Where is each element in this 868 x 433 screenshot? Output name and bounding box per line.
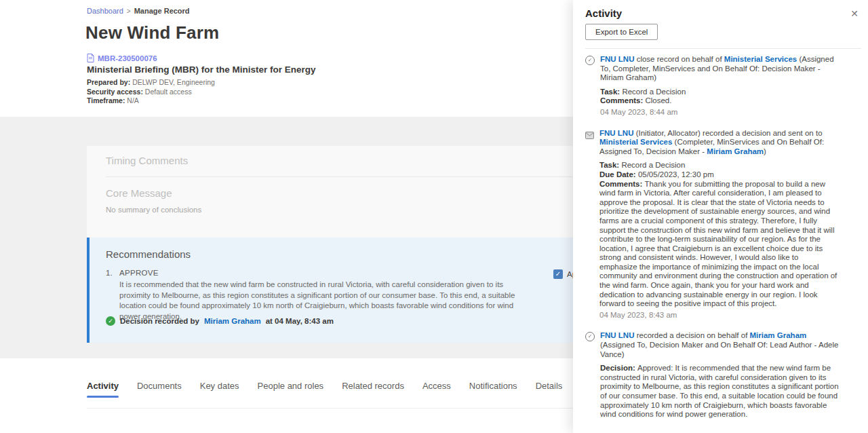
activity-entry: FNU LNU (Initiator, Allocator) recorded …: [585, 129, 863, 320]
activity-field: Comments: Thank you for submitting the p…: [599, 180, 838, 309]
meta-prepared-by: Prepared by: DELWP DEV, Engineering: [87, 78, 215, 88]
recommendation-number: 1.: [106, 269, 113, 277]
close-icon[interactable]: ✕: [849, 7, 860, 20]
header-text: close record on behalf of: [634, 55, 724, 63]
record-id-row[interactable]: MBR-230500076: [87, 54, 157, 62]
tab-related-records[interactable]: Related records: [342, 381, 404, 398]
activity-panel-title: Activity: [585, 7, 622, 19]
core-message-empty-text: No summary of conclusions: [106, 206, 201, 214]
tab-documents[interactable]: Documents: [137, 381, 182, 398]
activity-entry-header: FNU LNU close record on behalf of Minist…: [600, 55, 839, 83]
tab-activity[interactable]: Activity: [87, 381, 119, 398]
record-subtitle: Ministerial Briefing (MBR) for the Minis…: [87, 64, 316, 75]
core-message-title: Core Message: [106, 187, 172, 199]
header-text: (Initiator, Allocator) recorded a decisi…: [633, 129, 822, 137]
activity-field: Task: Record a Decision: [599, 161, 838, 170]
tab-details[interactable]: Details: [536, 381, 563, 398]
decision-recorded-prefix: Decision recorded by: [120, 317, 199, 325]
header-text: ): [764, 147, 766, 155]
decision-check-icon: ✓: [106, 316, 115, 326]
breadcrumb-link-dashboard[interactable]: Dashboard: [87, 7, 123, 15]
breadcrumb: Dashboard > Manage Record: [87, 7, 190, 15]
recommendations-title: Recommendations: [106, 248, 191, 260]
sent-icon: [585, 130, 594, 137]
activity-panel: Activity ✕ Export to Excel ✓FNU LNU clos…: [573, 0, 868, 433]
activity-entry-content: FNU LNU (Initiator, Allocator) recorded …: [599, 129, 838, 320]
activity-field: Comments: Closed.: [600, 96, 839, 106]
activity-entry: ✓FNU LNU recorded a decision on behalf o…: [585, 331, 863, 419]
tab-bar: ActivityDocumentsKey datesPeople and rol…: [87, 381, 562, 398]
recommendation-text: It is recommended that the new wind farm…: [119, 280, 536, 322]
page-title: New Wind Farm: [85, 22, 219, 43]
check-circle-icon: ✓: [585, 332, 595, 341]
activity-field: Decision: Approved: It is recommended th…: [600, 364, 839, 419]
activity-entry: ✓FNU LNU close record on behalf of Minis…: [585, 55, 863, 117]
approved-checkbox[interactable]: ✓: [553, 269, 563, 279]
timing-comments-title: Timing Comments: [106, 155, 188, 166]
activity-timestamp: 04 May 2023, 8:43 am: [599, 311, 838, 320]
breadcrumb-separator: >: [127, 7, 131, 15]
tab-access[interactable]: Access: [422, 381, 451, 398]
breadcrumb-current: Manage Record: [134, 7, 190, 15]
activity-entry-content: FNU LNU recorded a decision on behalf of…: [600, 331, 839, 419]
record-id-link[interactable]: MBR-230500076: [98, 54, 157, 62]
activity-entry-content: FNU LNU close record on behalf of Minist…: [600, 55, 839, 117]
tab-people-and-roles[interactable]: People and roles: [258, 381, 324, 398]
activity-entry-header: FNU LNU (Initiator, Allocator) recorded …: [599, 129, 838, 157]
decision-recorded-row: ✓ Decision recorded by Miriam Graham at …: [106, 316, 334, 326]
header-text: recorded a decision on behalf of: [634, 331, 749, 339]
user-link[interactable]: FNU LNU: [599, 129, 633, 137]
document-icon: [87, 54, 94, 62]
meta-security-access: Security access: Default access: [87, 88, 215, 97]
activity-entry-header: FNU LNU recorded a decision on behalf of…: [600, 331, 839, 359]
activity-timestamp: 04 May 2023, 8:44 am: [600, 108, 839, 117]
activity-field: Task: Record a Decision: [600, 88, 839, 97]
active-tab-underline: [87, 396, 119, 398]
tab-key-dates[interactable]: Key dates: [200, 381, 239, 398]
recommendation-decision-label: APPROVE: [119, 269, 159, 277]
export-to-excel-button[interactable]: Export to Excel: [585, 24, 658, 40]
check-circle-icon: ✓: [585, 56, 595, 65]
user-link[interactable]: Miriam Graham: [750, 331, 807, 339]
user-link[interactable]: FNU LNU: [600, 331, 634, 339]
header-text: (Assigned To, Decision Maker and On Beha…: [600, 341, 838, 358]
meta-timeframe: Timeframe: N/A: [87, 96, 215, 106]
user-link[interactable]: Ministerial Services: [599, 138, 672, 146]
activity-field: Due Date: 05/05/2023, 12:30 pm: [599, 170, 838, 180]
user-link[interactable]: Ministerial Services: [724, 55, 797, 63]
activity-list: ✓FNU LNU close record on behalf of Minis…: [585, 55, 863, 433]
tab-notifications[interactable]: Notifications: [469, 381, 517, 398]
panel-divider: [585, 48, 861, 49]
decision-recorded-user-link[interactable]: Miriam Graham: [204, 317, 261, 325]
user-link[interactable]: FNU LNU: [600, 55, 634, 63]
user-link[interactable]: Miriam Graham: [707, 147, 764, 155]
decision-recorded-suffix: at 04 May, 8:43 am: [266, 317, 334, 325]
record-meta: Prepared by: DELWP DEV, Engineering Secu…: [87, 78, 215, 106]
